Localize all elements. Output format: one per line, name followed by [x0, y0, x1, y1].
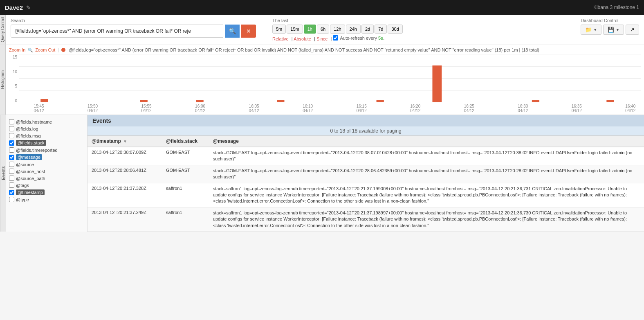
events-side-label: Events	[0, 115, 6, 232]
field-label-timestamp: @timestamp	[16, 189, 45, 195]
field-checkbox-source[interactable]	[9, 162, 14, 167]
x-label-1610: 16:1004/12	[298, 104, 318, 113]
col-message-label: @message	[213, 138, 239, 144]
dashboard-control: Dashboard Control 📁 ▼ 💾 ▼ ↗	[581, 18, 639, 35]
time-control: The last 5m 15m 1h 6h 12h 24h 2d 7d 30d …	[272, 18, 564, 41]
search-icon: 🔍	[229, 28, 236, 34]
x-label-1640: 16:4004/12	[620, 104, 641, 113]
histogram-label: Histogram	[0, 70, 5, 89]
time-links: Relative | Absolute | Since | Auto-refre…	[272, 35, 564, 41]
field-item-source-host[interactable]: @source_host	[9, 168, 84, 175]
field-item-source-path[interactable]: @source_path	[9, 175, 84, 182]
time-btn-30d[interactable]: 30d	[388, 25, 402, 34]
field-checkbox-message[interactable]	[9, 155, 14, 160]
field-item-stack[interactable]: @fields.stack	[9, 139, 84, 146]
row3-timestamp: 2013-04-12T20:21:37.328Z	[88, 183, 162, 207]
table-row: 2013-04-12T20:28:06.481Z GOM-EAST stack=…	[88, 165, 644, 183]
dashboard-load-btn[interactable]: 📁 ▼	[581, 25, 601, 35]
paging-bar: 0 to 18 of 18 available for paging	[88, 126, 644, 136]
query-control-side-label: Query Control	[0, 15, 6, 45]
field-item-timereported[interactable]: @fields.timereported	[9, 146, 84, 153]
search-input[interactable]	[11, 25, 223, 38]
row4-timestamp: 2013-04-12T20:21:37.249Z	[88, 207, 162, 231]
time-btn-2d[interactable]: 2d	[361, 25, 374, 34]
query-color-indicator	[61, 48, 65, 52]
field-checkbox-stack[interactable]	[9, 140, 14, 146]
clear-button[interactable]: ✕	[241, 25, 256, 38]
x-label-1550: 15:5004/12	[83, 104, 103, 113]
svg-rect-10	[432, 65, 442, 102]
x-label-1615: 16:1504/12	[351, 104, 372, 113]
field-checkbox-timereported[interactable]	[9, 147, 14, 153]
time-btn-5m[interactable]: 5m	[272, 25, 286, 34]
svg-rect-5	[40, 99, 48, 102]
x-label-1635: 16:3504/12	[566, 104, 587, 113]
time-btn-15m[interactable]: 15m	[287, 25, 303, 34]
field-checkbox-tags[interactable]	[9, 183, 14, 188]
time-btn-12h[interactable]: 12h	[330, 25, 345, 34]
col-timestamp[interactable]: @timestamp ▼	[88, 136, 162, 147]
search-button[interactable]: 🔍	[225, 25, 240, 38]
svg-rect-12	[606, 100, 614, 102]
svg-rect-9	[377, 100, 384, 102]
auto-refresh-checkbox[interactable]	[333, 35, 338, 41]
y-label-10: 10	[9, 70, 17, 74]
x-label-1555: 15:5504/12	[136, 104, 157, 113]
field-label-type: @type	[16, 197, 29, 202]
time-btn-1h[interactable]: 1h	[304, 25, 316, 34]
absolute-link[interactable]: Absolute	[294, 36, 311, 41]
fields-sidebar: @fields.hostname @fields.log @fields.msg…	[6, 115, 88, 232]
field-item-timestamp[interactable]: @timestamp	[9, 189, 84, 196]
time-btn-24h[interactable]: 24h	[346, 25, 361, 34]
auto-refresh-text: Auto-refresh every 5s.	[340, 36, 384, 41]
dashboard-share-btn[interactable]: ↗	[626, 25, 639, 35]
search-container: Search 🔍 ✕	[11, 18, 256, 38]
time-label: The last	[272, 18, 564, 23]
field-checkbox-source-host[interactable]	[9, 169, 14, 174]
field-item-type[interactable]: @type	[9, 196, 84, 203]
field-checkbox-timestamp[interactable]	[9, 190, 14, 195]
separator: |	[58, 47, 59, 52]
field-checkbox-msg[interactable]	[9, 133, 14, 138]
field-item-hostname[interactable]: @fields.hostname	[9, 118, 84, 125]
x-label-1625: 16:2504/12	[459, 104, 479, 113]
relative-link[interactable]: Relative	[272, 36, 289, 41]
histogram-chart	[19, 54, 641, 103]
histogram-query-text: @fields.log="opt-zenoss*" AND (error OR …	[69, 47, 539, 52]
zoom-in-link[interactable]: Zoom In	[9, 47, 25, 52]
field-checkbox-type[interactable]	[9, 197, 14, 202]
time-btn-6h[interactable]: 6h	[317, 25, 329, 34]
field-item-message[interactable]: @message	[9, 153, 84, 161]
field-item-msg[interactable]: @fields.msg	[9, 132, 84, 139]
field-checkbox-source-path[interactable]	[9, 176, 14, 181]
col-timestamp-label: @timestamp	[92, 138, 121, 144]
field-item-tags[interactable]: @tags	[9, 182, 84, 189]
folder-icon: 📁	[585, 27, 592, 33]
query-control-label: Query Control	[0, 17, 5, 42]
field-checkbox-hostname[interactable]	[9, 119, 14, 124]
svg-rect-7	[196, 100, 203, 102]
app-title: Dave2	[5, 4, 23, 11]
col-stack: @fields.stack	[162, 136, 209, 147]
since-link[interactable]: Since	[316, 36, 328, 41]
x-label-1630: 16:3004/12	[513, 104, 533, 113]
row2-stack: GOM-EAST	[162, 165, 209, 183]
row4-stack: saffron1	[162, 207, 209, 231]
field-item-log[interactable]: @fields.log	[9, 125, 84, 132]
row1-timestamp: 2013-04-12T20:38:07.009Z	[88, 147, 162, 165]
x-label-1600: 16:0004/12	[190, 104, 211, 113]
dashboard-save-btn[interactable]: 💾 ▼	[603, 25, 624, 35]
events-tbody: 2013-04-12T20:38:07.009Z GOM-EAST stack=…	[88, 147, 644, 231]
field-item-source[interactable]: @source	[9, 161, 84, 168]
row1-message: stack=GOM-EAST log=opt-zenoss-log-event …	[209, 147, 644, 165]
field-checkbox-log[interactable]	[9, 126, 14, 131]
zoom-out-link[interactable]: Zoom Out	[35, 47, 55, 52]
row2-timestamp: 2013-04-12T20:28:06.481Z	[88, 165, 162, 183]
histogram-toolbar: Zoom In 🔍 Zoom Out | @fields.log="opt-ze…	[9, 47, 641, 52]
time-btn-7d[interactable]: 7d	[375, 25, 387, 34]
field-label-stack: @fields.stack	[16, 140, 46, 146]
edit-icon[interactable]: ✎	[26, 5, 31, 11]
chart-area	[19, 54, 641, 103]
field-label-log: @fields.log	[16, 126, 38, 131]
time-buttons: 5m 15m 1h 6h 12h 24h 2d 7d 30d	[272, 25, 564, 34]
